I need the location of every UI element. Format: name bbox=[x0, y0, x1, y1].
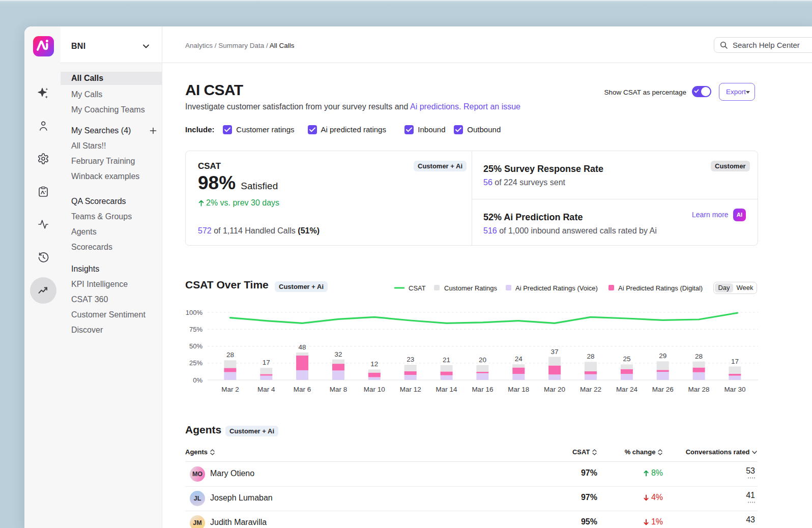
svg-text:Mar 16: Mar 16 bbox=[472, 386, 493, 393]
svg-text:12: 12 bbox=[370, 360, 378, 368]
svg-text:28: 28 bbox=[226, 351, 234, 359]
svg-text:Mar 18: Mar 18 bbox=[508, 386, 529, 393]
svg-text:Mar 4: Mar 4 bbox=[257, 386, 275, 393]
svg-text:Mar 26: Mar 26 bbox=[652, 386, 674, 393]
svg-text:21: 21 bbox=[443, 356, 450, 364]
svg-text:28: 28 bbox=[587, 353, 594, 360]
svg-text:Mar 8: Mar 8 bbox=[330, 386, 347, 393]
svg-text:17: 17 bbox=[263, 359, 270, 366]
svg-text:Mar 12: Mar 12 bbox=[400, 386, 421, 393]
svg-text:50%: 50% bbox=[189, 342, 202, 350]
svg-text:Mar 20: Mar 20 bbox=[544, 386, 565, 393]
svg-text:Mar 30: Mar 30 bbox=[724, 386, 745, 393]
svg-text:48: 48 bbox=[299, 343, 306, 351]
svg-text:25%: 25% bbox=[189, 359, 202, 367]
svg-text:20: 20 bbox=[479, 356, 486, 364]
svg-text:17: 17 bbox=[731, 358, 739, 365]
svg-text:23: 23 bbox=[407, 356, 414, 363]
svg-text:28: 28 bbox=[695, 353, 703, 360]
svg-text:Mar 22: Mar 22 bbox=[580, 386, 601, 393]
svg-text:24: 24 bbox=[515, 355, 523, 363]
svg-text:Mar 6: Mar 6 bbox=[294, 386, 311, 393]
svg-text:Mar 24: Mar 24 bbox=[616, 386, 638, 393]
svg-text:29: 29 bbox=[659, 352, 666, 360]
svg-text:Mar 10: Mar 10 bbox=[364, 386, 385, 393]
svg-text:37: 37 bbox=[551, 348, 559, 356]
svg-text:100%: 100% bbox=[186, 309, 203, 316]
svg-text:25: 25 bbox=[623, 355, 630, 363]
svg-text:Mar 2: Mar 2 bbox=[221, 386, 239, 393]
svg-text:Mar 14: Mar 14 bbox=[436, 386, 458, 393]
svg-text:75%: 75% bbox=[189, 326, 202, 333]
svg-text:32: 32 bbox=[334, 350, 342, 358]
svg-text:Mar 28: Mar 28 bbox=[688, 386, 710, 393]
svg-text:0%: 0% bbox=[193, 376, 202, 384]
